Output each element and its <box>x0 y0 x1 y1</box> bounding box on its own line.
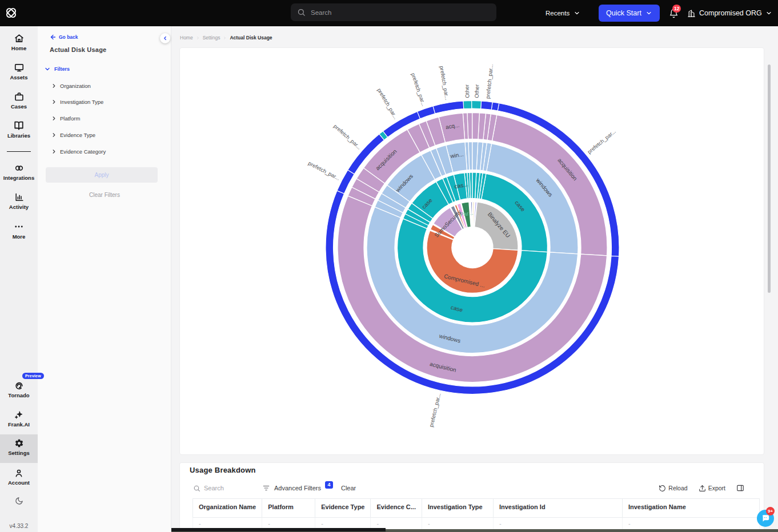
svg-text:prefetch_par...: prefetch_par... <box>376 87 399 120</box>
svg-text:prefetch_par...: prefetch_par... <box>428 393 442 428</box>
svg-text:prefetch_par...: prefetch_par... <box>439 65 451 100</box>
svg-text:prefetch_par...: prefetch_par... <box>307 160 341 182</box>
svg-text:prefetch_par...: prefetch_par... <box>332 123 363 151</box>
svg-text:prefetch_par...: prefetch_par... <box>586 128 617 155</box>
svg-text:prefetch_par...: prefetch_par... <box>410 72 427 107</box>
svg-text:prefetch_par...: prefetch_par... <box>484 64 494 99</box>
svg-text:Other: Other <box>464 84 471 98</box>
svg-text:Other: Other <box>474 84 480 98</box>
